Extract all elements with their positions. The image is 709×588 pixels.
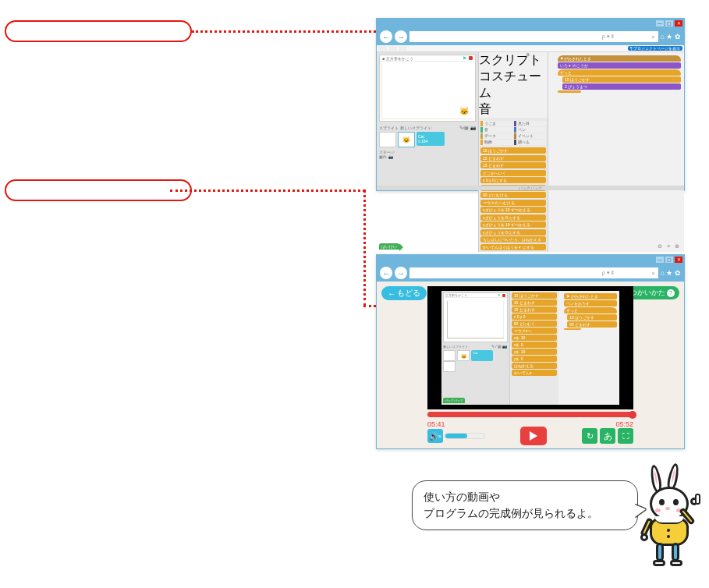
url-bar[interactable]: ρ ▾ ¢ × (409, 31, 658, 42)
block[interactable]: x 0 y 0 にする (480, 177, 546, 183)
block[interactable]: xざひょうを 0 にする (480, 214, 546, 221)
event-block[interactable]: ⚑ がおされたとき (558, 55, 681, 62)
volume-control[interactable]: 🔊× (427, 429, 485, 443)
window-close-button[interactable]: ✕ (675, 257, 682, 263)
cat-sensing[interactable]: 調べる (514, 140, 547, 145)
cat-sound[interactable]: 音 (480, 127, 513, 133)
replay-button[interactable]: ↻ (582, 428, 597, 444)
window-titlebar: — ▢ ✕ (377, 19, 684, 28)
window-maximize-button[interactable]: ▢ (665, 257, 673, 263)
url-clear-icon[interactable]: × (651, 271, 654, 276)
block[interactable]: マウスの へむける (480, 200, 546, 206)
play-button[interactable] (520, 427, 547, 445)
nav-back-button[interactable]: ← (380, 30, 392, 43)
browser-menu-icons[interactable]: ⌂ ★ ✿ (661, 269, 681, 277)
progress-knob[interactable] (629, 411, 636, 419)
script-area[interactable]: ⚑ がおされたとき いろ ▾ のこうか ずっと 10 ほうごかす 2 びょうまつ… (548, 52, 684, 252)
block-list: 10 ほうごかす 15 どまわす 15 どまわす どこかへいく x 0 y 0 … (480, 147, 546, 250)
stage-thumbnail[interactable] (379, 132, 396, 147)
block: yを 0 (512, 356, 558, 362)
browser-menu-icons[interactable]: ⌂ ★ ✿ (661, 33, 681, 41)
nav-forward-button[interactable]: → (395, 267, 407, 279)
subtitle-button[interactable]: あ (600, 428, 615, 444)
block[interactable]: yざひょうを 0 にする (480, 229, 546, 236)
block[interactable]: yざひょうを 10 ずつかえる (480, 221, 546, 228)
sprite-label: スプライト 新しいスプライト: ✎/▦ 📷 (379, 125, 476, 130)
backpack-tab[interactable]: はいけい (379, 243, 399, 250)
block[interactable]: 15 どまわす (480, 162, 546, 168)
looks-block[interactable]: 2 びょうまつ (562, 83, 681, 90)
connector-2-vert (363, 190, 366, 306)
block: yを 10 (512, 349, 558, 355)
script-stack[interactable]: ⚑ がおされたとき いろ ▾ のこうか ずっと 10 ほうごかす 2 びょうまつ (558, 55, 681, 93)
window-close-button[interactable]: ✕ (675, 20, 682, 27)
block: xを 10 (512, 335, 558, 341)
connector-1 (192, 30, 376, 33)
new-sprite-icons[interactable]: ✎/▦ 📷 (459, 125, 476, 130)
cat-sprite-icon[interactable]: 🐱 (459, 107, 469, 115)
video-scratch-stage: 正方形をかこう ⚑ (443, 292, 507, 342)
control-block[interactable]: ずっと (558, 69, 681, 76)
cat-events[interactable]: イベント (514, 133, 547, 139)
rabbit-foot (653, 560, 665, 566)
menu-edit[interactable] (388, 46, 397, 51)
video-palette: 10 ほうごかす 15 どまわす 15 どまわす x 0 y 0 90 どにむく… (509, 291, 559, 404)
video-progress-bar[interactable] (427, 412, 633, 417)
scratch-menubar: ¶ プロジェクトページを表示 (377, 45, 684, 52)
backpack-tray[interactable]: バックパック (377, 186, 684, 190)
block[interactable]: もしはしについたら、はねかえる (480, 236, 546, 243)
block[interactable]: どこかへいく (480, 170, 546, 176)
block: はねかえる (512, 363, 558, 369)
control-end[interactable] (558, 90, 581, 93)
rabbit-leg (656, 543, 664, 561)
menu-file[interactable] (378, 46, 387, 51)
block[interactable]: 15 どまわす (480, 155, 546, 161)
tab-scripts[interactable]: スクリプト (479, 52, 548, 69)
rabbit-buttons (667, 529, 670, 532)
cat-looks[interactable]: 見た目 (514, 121, 547, 126)
block[interactable]: かいてんほうほうを ▾ にする (480, 244, 546, 250)
video-script-area: ⚑ がおされたとき ペンをおろす ずっと 10 ほうごかす 90 どまわす (558, 291, 619, 404)
rabbit-mascot (637, 473, 704, 582)
stop-icon (502, 294, 505, 297)
menu-help[interactable] (399, 46, 407, 51)
window-minimize-button[interactable]: — (656, 257, 664, 263)
tab-sounds[interactable]: 音 (479, 101, 548, 118)
stop-button[interactable] (469, 56, 473, 60)
url-clear-icon[interactable]: × (651, 34, 654, 40)
backdrops-icons[interactable]: ▦/✎ 📷 (379, 154, 476, 159)
nav-forward-button[interactable]: → (395, 30, 407, 43)
backpack-label: バックパック (377, 186, 684, 190)
nav-back-button[interactable]: ← (380, 267, 392, 279)
cat-data[interactable]: データ (480, 133, 513, 139)
url-bar[interactable]: ρ ▾ ¢ × (409, 267, 658, 278)
block[interactable]: xざひょうを 10 ずつかえる (480, 207, 546, 213)
block[interactable]: 90 どにむける (480, 192, 546, 198)
green-flag-button[interactable]: ⚑ (463, 55, 466, 61)
tab-costumes[interactable]: コスチューム (479, 69, 548, 101)
speaker-icon[interactable]: 🔊× (427, 429, 443, 443)
window-minimize-button[interactable]: — (656, 20, 664, 27)
back-button[interactable]: ← もどる (381, 286, 427, 300)
control-block: ずっと (564, 307, 616, 313)
how-to-use-button[interactable]: つかいかた ? (626, 286, 679, 299)
fullscreen-button[interactable]: ⛶ (618, 428, 633, 444)
window-maximize-button[interactable]: ▢ (665, 20, 673, 27)
block[interactable]: 10 ほうごかす (480, 147, 546, 154)
cat-pen[interactable]: ペン (514, 127, 547, 133)
video-backpack-tab: バックパック (443, 398, 465, 403)
zoom-controls[interactable]: ⊖ ≡ ⊕ (658, 243, 681, 250)
volume-slider[interactable] (445, 433, 485, 439)
cat-control[interactable]: 制御 (480, 140, 513, 145)
video-frame[interactable]: 正方形をかこう ⚑ 新しいスプライト:✎/▦📷 🐱 Cat (427, 286, 633, 409)
sprite-thumbnail-cat[interactable]: 🐱 (398, 132, 415, 147)
looks-block[interactable]: いろ ▾ のこうか (558, 62, 681, 69)
stage-canvas[interactable]: 🐱 (381, 63, 473, 119)
video-new-sprite: 新しいスプライト:✎/▦📷 (443, 344, 507, 349)
block: 15 どまわす (512, 306, 558, 313)
event-block: ⚑ がおされたとき (564, 293, 616, 299)
cat-motion[interactable]: うごき (480, 121, 513, 126)
motion-block[interactable]: 10 ほうごかす (562, 76, 681, 83)
window-titlebar: — ▢ ✕ (377, 255, 684, 264)
project-page-button[interactable]: ¶ プロジェクトページを表示 (628, 46, 682, 51)
